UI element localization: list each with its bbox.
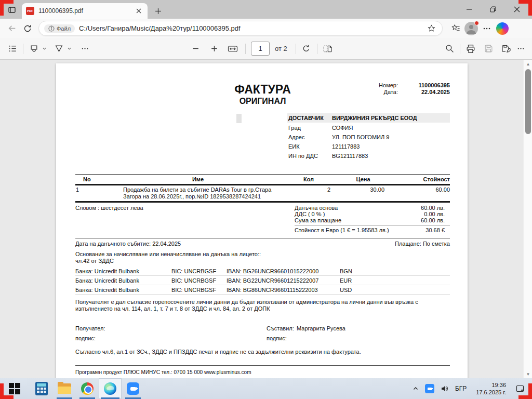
page-count-label: от 2: [275, 45, 287, 52]
fit-to-width-icon[interactable]: [225, 42, 240, 56]
url-text: C:/Users/Ганира/Music/Дара%20тур/1100006…: [79, 24, 425, 32]
rotate-icon[interactable]: [299, 42, 314, 56]
taskbar-explorer-button[interactable]: [53, 378, 76, 399]
col-header-qty: Кол: [288, 176, 329, 182]
zoom-app-icon: [127, 382, 139, 395]
invoice-page: ФАКТУРА ОРИГИНАЛ Номер: 1100006395 Дата:…: [56, 63, 468, 378]
supplier-row-label: ИН по ДДС: [288, 153, 318, 159]
tray-expand-icon[interactable]: [409, 378, 422, 399]
item-price: 30.00: [343, 187, 384, 193]
scroll-up-icon[interactable]: ▲: [524, 60, 532, 68]
new-tab-button[interactable]: [152, 5, 164, 17]
taskbar-chrome-button[interactable]: [76, 378, 99, 399]
col-header-price: Цена: [342, 176, 384, 182]
window-minimize-button[interactable]: [457, 0, 481, 19]
clock-time: 19:36: [476, 381, 506, 389]
page-view-icon[interactable]: [321, 42, 335, 56]
tab-close-icon[interactable]: [134, 6, 143, 16]
item-name-line2: Загора на 28.06.2025г., пор.№ID 18295382…: [123, 193, 261, 200]
recipient-label: Получател:: [75, 325, 105, 331]
scroll-down-icon[interactable]: ▼: [524, 370, 532, 378]
consent-line1: Получателят е дал съгласие горепосоченит…: [75, 299, 418, 305]
refresh-icon[interactable]: [20, 21, 35, 36]
bank-row: Банка: Unicredit Bulbank BIC: UNCRBGSF I…: [75, 267, 450, 276]
vertical-scrollbar[interactable]: ▲ ▼: [523, 60, 532, 378]
supplier-header-label: ДОСТАВЧИК: [288, 115, 324, 121]
browser-tab[interactable]: PDF 1100006395.pdf: [22, 3, 148, 19]
col-header-no: No: [83, 176, 91, 182]
screen: PDF 1100006395.pdf: [0, 0, 532, 399]
clock[interactable]: 19:36 17.6.2025 г.: [470, 378, 512, 399]
signature-label-left: подпис:: [75, 335, 96, 341]
payment-method: Плащане: По сметка: [346, 241, 450, 247]
bank-currency: BGN: [340, 268, 352, 274]
composer-value: Маргарита Русева: [297, 325, 345, 331]
pdf-toolbar: от 2: [0, 38, 532, 60]
save-as-icon[interactable]: [499, 42, 513, 56]
total-value: 60.00 лв.: [377, 205, 445, 211]
col-header-amount: Стойност: [408, 176, 450, 182]
tax-basis-line1: Основание за начисляване или неначислява…: [75, 251, 261, 257]
supplier-row-value: BG121117883: [332, 153, 368, 159]
taskbar-edge-button[interactable]: [99, 378, 122, 399]
bank-bic: BIC: UNCRBGSF: [171, 268, 216, 274]
file-scheme-badge[interactable]: Файл: [44, 24, 75, 33]
volume-icon[interactable]: [437, 378, 452, 399]
bank-name: Банка: Unicredit Bulbank: [75, 277, 139, 284]
favorites-bar-icon[interactable]: [448, 21, 463, 36]
folder-icon: [58, 383, 71, 394]
windows-logo-icon: [9, 383, 20, 394]
address-bar[interactable]: Файл C:/Users/Ганира/Music/Дара%20тур/11…: [38, 21, 443, 36]
back-icon[interactable]: [4, 21, 20, 36]
supplier-row-value: 121117883: [332, 143, 360, 150]
bank-iban: IBAN: BG26UNCR96601015222000: [227, 268, 318, 274]
item-qty: 2: [289, 187, 330, 193]
tray-zoom-icon[interactable]: [422, 378, 437, 399]
euro-total-value: 30.68 €: [377, 227, 445, 233]
total-value: 0.00 лв.: [377, 211, 445, 217]
window-restore-button[interactable]: [481, 0, 505, 19]
bank-currency: USD: [340, 287, 352, 293]
zoom-in-icon[interactable]: [207, 42, 221, 56]
language-indicator[interactable]: БГР: [452, 378, 470, 399]
text-select-dropdown-icon[interactable]: [66, 44, 72, 54]
stamp-note: Съгласно чл.6, ал.1 от ЗСч., ЗДДС и ППЗД…: [75, 349, 361, 355]
search-icon[interactable]: [442, 42, 457, 56]
software-footer: Програмен продукт ПЛЮС МИНУС тел.: 0700 …: [75, 369, 251, 375]
composer-label: Съставил:: [267, 325, 294, 331]
zoom-out-icon[interactable]: [188, 42, 203, 56]
scrollbar-thumb[interactable]: [525, 69, 531, 134]
tab-actions-menu-icon[interactable]: [5, 4, 19, 16]
highlighter-icon[interactable]: [26, 42, 41, 56]
favorite-star-icon[interactable]: [425, 21, 437, 36]
edge-icon: [104, 382, 116, 395]
highlighter-dropdown-icon[interactable]: [41, 44, 47, 54]
supplier-row-value: УЛ. ПОП БОГОМИЛ 9: [332, 134, 389, 140]
save-icon[interactable]: [481, 42, 496, 56]
table-of-contents-icon[interactable]: [5, 42, 20, 56]
browser-settings-icon[interactable]: [479, 21, 495, 36]
bank-iban: IBAN: BG86UNCR96601115222003: [227, 287, 318, 293]
invoice-subtitle: ОРИГИНАЛ: [202, 97, 324, 106]
bank-bic: BIC: UNCRBGSF: [171, 287, 216, 293]
toolbar-more-icon[interactable]: [77, 42, 92, 56]
supplier-header-value: ВИРДЖИНИЯ РЕКЪРДС ЕООД: [332, 115, 417, 121]
amount-in-words: Словом : шестдесет лева: [75, 205, 143, 211]
bank-bic: BIC: UNCRBGSF: [171, 277, 216, 284]
taskbar-zoom-button[interactable]: [122, 378, 144, 399]
item-no: 1: [76, 187, 79, 193]
chrome-icon: [81, 382, 94, 395]
page-number-input[interactable]: [251, 42, 270, 56]
col-header-name: Име: [123, 176, 273, 182]
pdf-more-icon[interactable]: [513, 42, 528, 56]
bank-row: Банка: Unicredit Bulbank BIC: UNCRBGSF I…: [75, 276, 450, 285]
signature-label-right: подпис:: [267, 335, 287, 341]
tax-event-date: Дата на данъчното събитие: 22.04.2025: [75, 241, 181, 247]
text-select-icon[interactable]: [51, 42, 66, 56]
print-icon[interactable]: [463, 42, 478, 56]
copilot-icon[interactable]: [495, 21, 510, 36]
invoice-title: ФАКТУРА: [202, 83, 324, 97]
profile-avatar[interactable]: [463, 21, 479, 36]
taskbar-calculator-button[interactable]: [30, 378, 53, 399]
pdf-file-icon: PDF: [26, 7, 34, 15]
